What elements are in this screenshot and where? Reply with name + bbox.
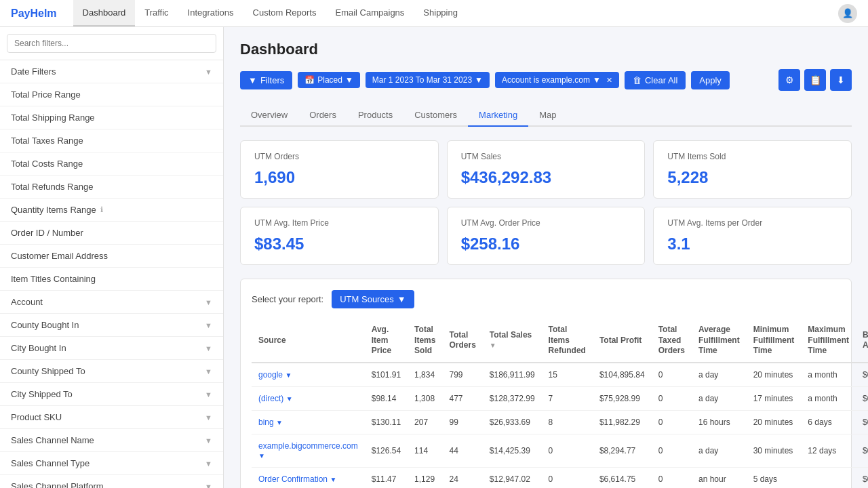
source-link-bing[interactable]: bing ▼ [258, 418, 283, 427]
sidebar-item-account[interactable]: Account ▼ [0, 291, 223, 314]
source-link-google[interactable]: google ▼ [258, 370, 292, 380]
cell-total-items-refunded: 0 [542, 434, 593, 467]
col-source: Source [252, 319, 365, 363]
tab-products[interactable]: Products [347, 104, 403, 127]
close-icon[interactable]: ✕ [606, 76, 612, 85]
sidebar-item-city-shipped-to[interactable]: City Shipped To ▼ [0, 383, 223, 406]
sidebar-item-label: Total Costs Range [11, 159, 83, 169]
table-row: (direct) ▼ $98.14 1,308 477 $128,372.99 … [252, 386, 868, 410]
cell-total-profit: $11,982.29 [593, 410, 652, 434]
cell-total-sales: $128,372.99 [483, 386, 542, 410]
filters-button[interactable]: ▼ Filters [240, 71, 292, 89]
sidebar-item-product-sku[interactable]: Product SKU ▼ [0, 406, 223, 429]
sidebar-item-customer-email[interactable]: Customer Email Address [0, 245, 223, 268]
utm-sources-dropdown[interactable]: UTM Sources ▼ [332, 290, 414, 308]
col-avg-item-price: Avg. Item Price [365, 319, 408, 363]
cell-avg-fulfillment: a day [692, 363, 747, 387]
tab-overview[interactable]: Overview [240, 104, 298, 127]
chevron-down-icon: ▼ [205, 436, 212, 445]
settings-button[interactable]: ⚙ [778, 69, 800, 91]
sidebar-item-label: Sales Channel Name [11, 435, 94, 445]
toolbar: ▼ Filters 📅 Placed ▼ Mar 1 2023 To Mar 3… [240, 69, 852, 91]
chevron-down-icon: ▼ [205, 298, 212, 306]
tab-customers[interactable]: Customers [403, 104, 468, 127]
cell-total-orders: 799 [442, 363, 482, 387]
export-table-button[interactable]: 📋 [804, 69, 826, 91]
sidebar-item-label: Account [11, 297, 43, 307]
nav-item-integrations[interactable]: Integrations [178, 0, 243, 26]
cell-source: bing ▼ [252, 410, 365, 434]
sidebar-item-total-shipping-range[interactable]: Total Shipping Range [0, 106, 223, 129]
cell-total-taxed-orders: 0 [652, 363, 692, 387]
sidebar-item-sales-channel-type[interactable]: Sales Channel Type ▼ [0, 452, 223, 475]
metric-value: 3.1 [667, 235, 837, 253]
source-link-direct[interactable]: (direct) ▼ [258, 394, 293, 403]
sidebar-item-date-filters[interactable]: Date Filters ▼ [0, 60, 223, 83]
calendar-icon: 📅 [304, 75, 315, 85]
cell-total-orders: 24 [442, 467, 482, 488]
metric-value: $83.45 [254, 235, 425, 253]
cell-avg-item-price: $130.11 [365, 410, 408, 434]
cell-avg-fulfillment: a day [692, 386, 747, 410]
source-link-order-confirmation[interactable]: Order Confirmation ▼ [258, 474, 336, 484]
cell-total-sales: $26,933.69 [483, 410, 542, 434]
metric-utm-orders: UTM Orders 1,690 [240, 140, 439, 199]
cell-budget: $0.00 [856, 410, 868, 434]
sidebar-item-label: Total Shipping Range [11, 113, 95, 123]
cell-min-fulfillment: 30 minutes [747, 434, 802, 467]
nav-item-dashboard[interactable]: Dashboard [73, 0, 136, 26]
chevron-down-icon: ▼ [205, 321, 212, 329]
clear-all-button[interactable]: 🗑 Clear All [625, 71, 686, 89]
account-filter-chip[interactable]: Account is example.com ▼ ✕ [495, 72, 619, 88]
metric-utm-avg-items-per-order: UTM Avg. Items per Order 3.1 [653, 207, 852, 265]
chevron-down-icon: ▼ [205, 413, 212, 422]
download-button[interactable]: ⬇ [830, 69, 852, 91]
sidebar-item-order-id[interactable]: Order ID / Number [0, 222, 223, 245]
cell-avg-item-price: $126.54 [365, 434, 408, 467]
cell-total-orders: 477 [442, 386, 482, 410]
cell-total-profit: $75,928.99 [593, 386, 652, 410]
tab-orders[interactable]: Orders [298, 104, 347, 127]
sidebar-item-label: Quantity Items Range [11, 205, 96, 215]
placed-filter-chip[interactable]: 📅 Placed ▼ [298, 72, 360, 88]
user-icon[interactable]: 👤 [838, 4, 857, 23]
sidebar-item-sales-channel-name[interactable]: Sales Channel Name ▼ [0, 429, 223, 452]
apply-button[interactable]: Apply [691, 71, 730, 89]
sidebar-item-city-bought-in[interactable]: City Bought In ▼ [0, 337, 223, 360]
chevron-down-icon: ▼ [205, 460, 212, 468]
search-input[interactable] [7, 34, 216, 53]
cell-total-items-sold: 1,834 [408, 363, 442, 387]
metric-label: UTM Orders [254, 152, 425, 161]
sidebar-item-county-bought-in[interactable]: County Bought In ▼ [0, 314, 223, 337]
cell-avg-item-price: $98.14 [365, 386, 408, 410]
nav-item-traffic[interactable]: Traffic [135, 0, 178, 26]
sidebar-item-total-price-range[interactable]: Total Price Range [0, 83, 223, 106]
sidebar-item-sales-channel-platform[interactable]: Sales Channel Platform ▼ [0, 475, 223, 488]
cell-budget: $0.00 [856, 363, 868, 387]
col-total-sales[interactable]: Total Sales ▼ [483, 319, 542, 363]
sidebar-item-item-titles[interactable]: Item Titles Containing [0, 268, 223, 291]
sidebar-item-total-costs-range[interactable]: Total Costs Range [0, 152, 223, 176]
sidebar-item-label: Total Price Range [11, 89, 81, 100]
sidebar-item-county-shipped-to[interactable]: County Shipped To ▼ [0, 360, 223, 383]
date-range-chip[interactable]: Mar 1 2023 To Mar 31 2023 ▼ [366, 72, 490, 88]
cell-min-fulfillment: 20 minutes [747, 363, 802, 387]
metric-utm-sales: UTM Sales $436,292.83 [447, 140, 646, 199]
cell-min-fulfillment: 20 minutes [747, 410, 802, 434]
nav-item-email-campaigns[interactable]: Email Campaigns [326, 0, 414, 26]
cell-total-orders: 44 [442, 434, 482, 467]
col-total-taxed-orders: Total Taxed Orders [652, 319, 692, 363]
sidebar-item-total-taxes-range[interactable]: Total Taxes Range [0, 129, 223, 152]
cell-avg-item-price: $101.91 [365, 363, 408, 387]
cell-min-fulfillment: 5 days [747, 467, 802, 488]
tab-map[interactable]: Map [528, 104, 567, 127]
sidebar-item-label: Product SKU [11, 412, 62, 422]
source-link-bigcommerce[interactable]: example.bigcommerce.com ▼ [258, 441, 358, 460]
chevron-down-icon: ▼ [205, 390, 212, 399]
tab-marketing[interactable]: Marketing [468, 104, 528, 127]
sidebar-item-quantity-items-range[interactable]: Quantity Items Range ℹ [0, 199, 223, 222]
nav-item-custom-reports[interactable]: Custom Reports [243, 0, 326, 26]
metric-value: 5,228 [667, 168, 837, 187]
nav-item-shipping[interactable]: Shipping [414, 0, 467, 26]
sidebar-item-total-refunds-range[interactable]: Total Refunds Range [0, 176, 223, 199]
